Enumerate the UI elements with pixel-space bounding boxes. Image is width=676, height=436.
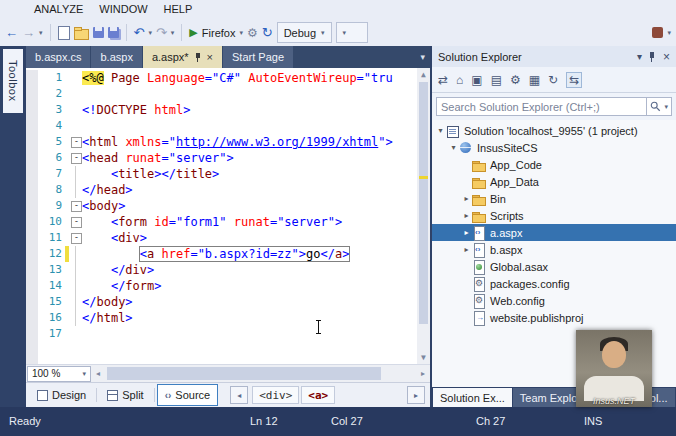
breadcrumb-tag-div[interactable]: <div> [252, 386, 299, 404]
editor-tab-a-aspx[interactable]: a.aspx*× [143, 46, 222, 68]
editor-horizontal-scrollbar[interactable]: ◂ ▸ [91, 365, 430, 382]
editor-tab-start-page[interactable]: Start Page [223, 46, 293, 68]
code-line-15[interactable]: 15</body> [26, 294, 417, 310]
menu-analyze[interactable]: ANALYZE [26, 0, 91, 19]
code-line-17[interactable]: 17 [26, 326, 417, 342]
collapse-toggle-icon[interactable]: - [71, 201, 82, 212]
collapse-toggle-icon[interactable]: - [71, 217, 82, 228]
undo-icon[interactable]: ↶ [134, 26, 145, 39]
back-forward-icon[interactable]: ⇄ [438, 74, 448, 86]
toolbox-tab[interactable]: Toolbox [3, 49, 23, 113]
code-line-8[interactable]: 8</head> [26, 182, 417, 198]
close-icon[interactable]: × [663, 51, 670, 63]
code-line-2[interactable]: 2 [26, 86, 417, 102]
menu-window[interactable]: WINDOW [91, 0, 155, 19]
code-line-5[interactable]: 5-<html xmlns="http://www.w3.org/1999/xh… [26, 134, 417, 150]
save-icon[interactable] [93, 27, 104, 38]
open-file-icon[interactable] [74, 29, 89, 40]
save-all-icon[interactable] [108, 27, 119, 38]
expander-closed-icon[interactable]: ▸ [461, 245, 472, 254]
sync-with-active-document-icon[interactable]: ⇆ [566, 72, 582, 88]
navigate-dropdown-icon[interactable]: ▾ [39, 29, 43, 37]
breadcrumb-tag-a[interactable]: <a> [301, 386, 335, 404]
design-view-button[interactable]: Design [29, 384, 94, 406]
scroll-right-icon[interactable]: ▸ [416, 369, 430, 378]
code-line-11[interactable]: 11- <div> [26, 230, 417, 246]
tag-nav-forward-icon[interactable]: ▸ [407, 386, 425, 404]
properties-icon[interactable]: ⚙ [510, 74, 521, 86]
code-line-10[interactable]: 10- <form id="form1" runat="server"> [26, 214, 417, 230]
navigate-back-icon[interactable]: ← [5, 26, 18, 39]
search-input[interactable] [436, 97, 646, 116]
refresh-icon[interactable]: ↻ [548, 74, 558, 86]
tree-item-insussitecs[interactable]: ▾InsusSiteCS [432, 139, 676, 156]
refresh-icon[interactable]: ↻ [262, 26, 273, 39]
code-line-4[interactable]: 4 [26, 118, 417, 134]
scope-icon[interactable]: ▣ [471, 74, 482, 86]
code-line-6[interactable]: 6-<head runat="server"> [26, 150, 417, 166]
document-list-dropdown-icon[interactable]: ▾ [420, 52, 425, 62]
tag-nav-back-icon[interactable]: ◂ [230, 386, 248, 404]
solution-configuration-combo[interactable]: Debug ▾ [277, 22, 332, 43]
undo-dropdown-icon[interactable]: ▾ [148, 29, 152, 37]
code-line-3[interactable]: 3<!DOCTYPE html> [26, 102, 417, 118]
collapse-all-icon[interactable]: ▤ [491, 74, 502, 86]
expander-open-icon[interactable]: ▾ [448, 143, 459, 152]
expander-closed-icon[interactable]: ▸ [461, 211, 472, 220]
scroll-up-icon[interactable]: ▲ [417, 70, 430, 79]
toolbar-overflow-icon[interactable]: ▾ [667, 29, 671, 37]
code-line-12[interactable]: 12 <a href="b.aspx?id=zz">go</a> [26, 246, 417, 262]
editor-vertical-scrollbar[interactable]: ▲ ▼ [417, 68, 430, 364]
run-target-dropdown-icon[interactable]: ▾ [239, 29, 243, 37]
redo-icon[interactable]: ↷ [156, 26, 167, 39]
tree-item-packages-config[interactable]: packages.config [432, 275, 676, 292]
menu-help[interactable]: HELP [156, 0, 201, 19]
code-editor[interactable]: 1<%@ Page Language="C#" AutoEventWireup=… [26, 70, 417, 364]
code-line-16[interactable]: 16</html> [26, 310, 417, 326]
code-line-14[interactable]: 14 </form> [26, 278, 417, 294]
expander-closed-icon[interactable]: ▸ [461, 194, 472, 203]
iis-settings-icon[interactable]: ⚙ [247, 27, 258, 39]
source-view-button[interactable]: Source [157, 384, 219, 406]
new-file-icon[interactable] [58, 26, 70, 40]
pin-icon[interactable] [194, 52, 202, 63]
navigate-forward-icon[interactable]: → [22, 26, 35, 39]
expander-open-icon[interactable]: ▾ [435, 126, 446, 135]
code-line-7[interactable]: 7 <title></title> [26, 166, 417, 182]
hscroll-thumb[interactable] [107, 367, 381, 380]
collapse-toggle-icon[interactable]: - [71, 153, 82, 164]
extension-tool-icon[interactable] [652, 27, 663, 38]
tree-item-solution-localhost-9955-1-project[interactable]: ▾Solution 'localhost_9955' (1 project) [432, 122, 676, 139]
collapse-toggle-icon[interactable]: - [71, 233, 82, 244]
code-line-13[interactable]: 13 </div> [26, 262, 417, 278]
tree-item-global-asax[interactable]: Global.asax [432, 258, 676, 275]
run-target-label[interactable]: Firefox [202, 27, 236, 39]
redo-dropdown-icon[interactable]: ▾ [171, 29, 175, 37]
tree-item-scripts[interactable]: ▸Scripts [432, 207, 676, 224]
code-line-1[interactable]: 1<%@ Page Language="C#" AutoEventWireup=… [26, 70, 417, 86]
window-menu-icon[interactable]: ▾ [637, 52, 642, 62]
tree-item-website-publishproj[interactable]: website.publishproj [432, 309, 676, 326]
pin-icon[interactable] [648, 51, 657, 63]
editor-tab-b-aspx-cs[interactable]: b.aspx.cs [26, 46, 90, 68]
search-icon[interactable] [650, 101, 661, 112]
search-options-icon[interactable]: ▾ [664, 103, 668, 111]
collapse-toggle-icon[interactable]: - [71, 137, 82, 148]
expander-closed-icon[interactable]: ▸ [461, 228, 472, 237]
close-icon[interactable]: × [207, 52, 213, 63]
tree-item-bin[interactable]: ▸Bin [432, 190, 676, 207]
tree-item-web-config[interactable]: Web.config [432, 292, 676, 309]
show-all-files-icon[interactable]: ▦ [529, 74, 540, 86]
editor-tab-b-aspx[interactable]: b.aspx [91, 46, 141, 68]
code-line-9[interactable]: 9-<body> [26, 198, 417, 214]
tree-item-app-code[interactable]: App_Code [432, 156, 676, 173]
tree-item-app-data[interactable]: App_Data [432, 173, 676, 190]
split-view-button[interactable]: Split [99, 384, 151, 406]
tree-item-b-aspx[interactable]: ▸b.aspx [432, 241, 676, 258]
scrollbar-thumb[interactable] [419, 82, 428, 324]
scroll-down-icon[interactable]: ▼ [417, 353, 430, 362]
home-icon[interactable]: ⌂ [456, 74, 463, 86]
tree-item-a-aspx[interactable]: ▸a.aspx [432, 224, 676, 241]
solution-platform-combo[interactable]: ▾ [336, 22, 368, 43]
hscroll-track[interactable] [105, 365, 416, 382]
